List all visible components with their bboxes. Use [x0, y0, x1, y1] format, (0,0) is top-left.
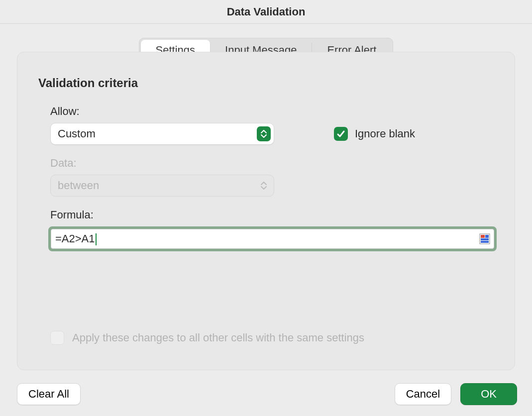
range-selector-icon[interactable] — [479, 233, 491, 245]
ok-label: OK — [481, 388, 497, 400]
dialog-title-text: Data Validation — [227, 5, 306, 18]
svg-rect-4 — [485, 235, 489, 238]
clear-all-label: Clear All — [28, 388, 69, 400]
ok-button[interactable]: OK — [460, 383, 517, 405]
apply-all-label: Apply these changes to all other cells w… — [72, 331, 364, 344]
checkbox-unchecked-icon — [50, 331, 64, 345]
ignore-blank-label: Ignore blank — [355, 127, 415, 140]
data-select: between — [50, 175, 274, 197]
clear-all-button[interactable]: Clear All — [17, 383, 81, 405]
checkbox-checked-icon — [334, 127, 348, 141]
formula-label: Formula: — [50, 208, 500, 221]
ignore-blank-checkbox[interactable]: Ignore blank — [334, 127, 415, 141]
svg-rect-2 — [481, 238, 489, 240]
chevron-up-down-icon — [257, 178, 271, 193]
formula-input-value: =A2>A1 — [55, 232, 97, 245]
chevron-up-down-icon — [257, 126, 271, 141]
svg-rect-3 — [481, 241, 489, 243]
settings-panel: Validation criteria Allow: Custom Ignore… — [17, 52, 515, 370]
apply-all-checkbox: Apply these changes to all other cells w… — [50, 331, 364, 345]
cancel-button[interactable]: Cancel — [395, 383, 451, 405]
cancel-label: Cancel — [406, 388, 440, 400]
formula-field-focus-ring: =A2>A1 — [48, 226, 497, 251]
text-caret — [96, 233, 97, 245]
allow-label: Allow: — [50, 105, 500, 118]
dialog-title: Data Validation — [0, 0, 532, 24]
data-select-value: between — [58, 179, 99, 192]
formula-input[interactable]: =A2>A1 — [51, 229, 494, 249]
allow-select[interactable]: Custom — [50, 123, 274, 145]
svg-rect-1 — [481, 235, 485, 238]
allow-select-value: Custom — [58, 127, 96, 140]
section-heading: Validation criteria — [38, 76, 500, 90]
data-label: Data: — [50, 157, 500, 170]
dialog-footer: Clear All Cancel OK — [17, 383, 517, 405]
